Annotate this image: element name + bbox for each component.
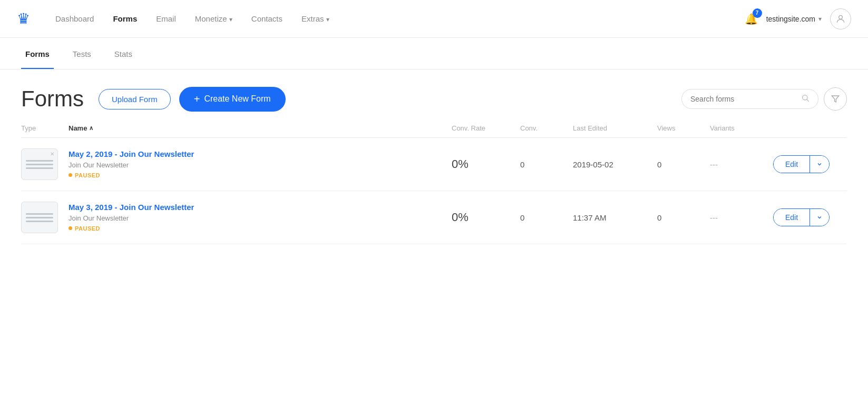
form-subtitle: Join Our Newsletter — [69, 214, 443, 222]
edit-button-group: Edit — [773, 208, 830, 226]
form-name-link[interactable]: May 2, 2019 - Join Our Newsletter — [69, 149, 194, 158]
svg-marker-3 — [832, 96, 838, 102]
create-new-form-button[interactable]: + Create New Form — [179, 87, 286, 112]
tab-stats[interactable]: Stats — [110, 40, 136, 69]
table-header: Type Name ∧ Conv. Rate Conv. Last Edited… — [21, 124, 847, 138]
svg-point-0 — [839, 15, 843, 19]
page-header: Forms Upload Form + Create New Form — [0, 69, 868, 124]
col-variants: Variants — [710, 124, 773, 132]
logo-icon[interactable]: ♛ — [17, 10, 30, 27]
col-last-edited: Last Edited — [573, 124, 657, 132]
conv-rate-value: 0% — [452, 157, 520, 171]
form-name-link[interactable]: May 3, 2019 - Join Our Newsletter — [69, 203, 194, 212]
filter-button[interactable] — [824, 87, 847, 111]
sort-arrow-icon: ∧ — [89, 125, 93, 132]
col-conv: Conv. — [520, 124, 573, 132]
edit-dropdown-button[interactable] — [810, 156, 829, 173]
nav-right: 🔔 7 testingsite.com ▾ — [745, 8, 851, 29]
conv-value: 0 — [520, 213, 573, 222]
forms-table: Type Name ∧ Conv. Rate Conv. Last Edited… — [0, 124, 868, 244]
status-dot-icon — [69, 226, 72, 230]
variants-value: --- — [710, 160, 773, 169]
status-badge: PAUSED — [69, 172, 100, 178]
notification-badge: 7 — [753, 8, 762, 18]
status-dot-icon — [69, 173, 72, 177]
nav-forms[interactable]: Forms — [113, 14, 137, 23]
tab-tests[interactable]: Tests — [69, 40, 95, 69]
actions-cell: Edit — [773, 155, 847, 173]
edit-dropdown-button[interactable] — [810, 209, 829, 226]
search-area — [681, 87, 847, 111]
search-icon — [801, 94, 810, 104]
variants-value: --- — [710, 213, 773, 222]
form-info: May 3, 2019 - Join Our Newsletter Join O… — [69, 203, 452, 233]
actions-cell: Edit — [773, 208, 847, 226]
page-title: Forms — [21, 86, 84, 112]
col-conv-rate: Conv. Rate — [452, 124, 520, 132]
nav-monetize[interactable]: Monetize ▾ — [195, 14, 232, 23]
top-navigation: ♛ Dashboard Forms Email Monetize ▾ Conta… — [0, 0, 868, 38]
views-value: 0 — [657, 160, 710, 169]
search-input[interactable] — [690, 95, 797, 103]
site-chevron-icon: ▾ — [818, 15, 822, 23]
tabs-bar: Forms Tests Stats — [0, 40, 868, 69]
form-info: May 2, 2019 - Join Our Newsletter Join O… — [69, 149, 452, 179]
table-row: May 3, 2019 - Join Our Newsletter Join O… — [21, 191, 847, 244]
col-type: Type — [21, 124, 69, 132]
nav-email[interactable]: Email — [156, 14, 176, 23]
conv-rate-value: 0% — [452, 211, 520, 224]
col-actions — [773, 124, 847, 132]
svg-line-2 — [807, 99, 809, 102]
site-selector[interactable]: testingsite.com ▾ — [766, 15, 822, 23]
site-name: testingsite.com — [766, 15, 815, 23]
plus-icon: + — [194, 93, 200, 105]
edit-button[interactable]: Edit — [774, 156, 810, 173]
col-views: Views — [657, 124, 710, 132]
col-name[interactable]: Name ∧ — [69, 124, 452, 132]
nav-extras[interactable]: Extras ▾ — [301, 14, 329, 23]
form-thumbnail — [21, 202, 69, 233]
edit-button[interactable]: Edit — [774, 209, 810, 226]
conv-value: 0 — [520, 160, 573, 169]
nav-contacts[interactable]: Contacts — [251, 14, 282, 23]
search-box — [681, 89, 818, 109]
notification-bell[interactable]: 🔔 7 — [745, 13, 758, 25]
form-subtitle: Join Our Newsletter — [69, 161, 443, 169]
upload-form-button[interactable]: Upload Form — [99, 89, 171, 109]
last-edited-value: 2019-05-02 — [573, 160, 657, 169]
tab-forms[interactable]: Forms — [21, 40, 54, 69]
status-badge: PAUSED — [69, 225, 100, 232]
nav-dashboard[interactable]: Dashboard — [55, 14, 94, 23]
svg-point-1 — [803, 95, 807, 100]
table-row: ✕ May 2, 2019 - Join Our Newsletter Join… — [21, 138, 847, 191]
user-avatar[interactable] — [830, 8, 851, 29]
views-value: 0 — [657, 213, 710, 222]
nav-links: Dashboard Forms Email Monetize ▾ Contact… — [55, 14, 745, 23]
form-thumbnail: ✕ — [21, 148, 69, 180]
edit-button-group: Edit — [773, 155, 830, 173]
last-edited-value: 11:37 AM — [573, 213, 657, 222]
